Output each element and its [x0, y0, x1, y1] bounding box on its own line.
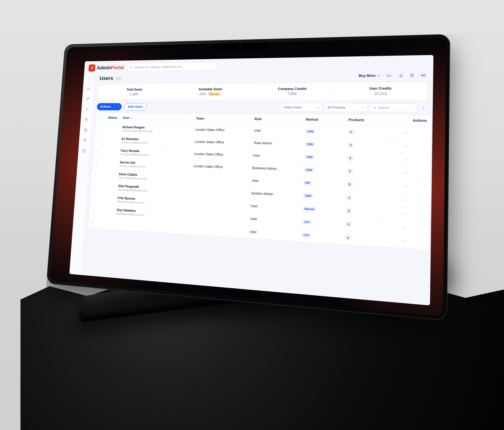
- col-products[interactable]: Products: [348, 118, 387, 122]
- svg-point-0: [130, 66, 132, 68]
- team-cell: [190, 228, 250, 232]
- trend-icon: [85, 107, 89, 111]
- bulk-actions-chevron[interactable]: [114, 104, 122, 110]
- user-cell: AJ Newmanaj.newman@acme.com: [121, 137, 195, 145]
- method-pill: CRM: [303, 193, 314, 198]
- row-checkbox[interactable]: [93, 208, 93, 212]
- team-cell: London Sales Office: [194, 152, 253, 157]
- row-actions-button[interactable]: ⋯: [386, 183, 426, 190]
- filter-status-value: Active Users: [283, 105, 302, 109]
- usage-pct-badge: 0%: [384, 73, 394, 78]
- stat-company-credits: Company Credits 7,655: [250, 83, 336, 100]
- team-cell: London Sales Office: [195, 128, 254, 133]
- search-icon: [130, 66, 133, 69]
- sidebar-item-settings[interactable]: [83, 116, 90, 123]
- table-options-button[interactable]: ⋮: [420, 105, 427, 110]
- method-cell: Manual: [302, 206, 346, 213]
- row-checkbox[interactable]: [99, 126, 99, 130]
- laptop: AdminPortal Search for settings, integra…: [65, 44, 433, 369]
- row-actions-button[interactable]: ⋯: [386, 170, 426, 176]
- svg-rect-6: [411, 76, 412, 77]
- col-method[interactable]: Method: [306, 118, 349, 122]
- products-count: 0: [345, 221, 352, 227]
- sidebar-item-launch[interactable]: [84, 95, 91, 102]
- sidebar-item-integrations[interactable]: [81, 137, 88, 144]
- filter-status-select[interactable]: Active Users: [281, 103, 322, 112]
- brand: AdminPortal: [88, 64, 124, 72]
- row-checkbox[interactable]: [97, 149, 97, 153]
- users-table: Status User ▲▼ Team Role Method Products: [88, 113, 431, 250]
- gear-icon: [84, 118, 88, 121]
- filter-products-select[interactable]: All Products: [324, 103, 367, 112]
- products-count: 3: [347, 168, 353, 174]
- method-cell: CRM: [305, 142, 348, 147]
- row-actions-button[interactable]: ⋯: [384, 237, 425, 245]
- buy-more-button[interactable]: Buy More: [359, 73, 380, 78]
- col-user[interactable]: User ▲▼: [123, 116, 196, 120]
- role-cell: User: [251, 204, 303, 210]
- lock-icon: [84, 128, 88, 132]
- chevron-right-icon: [88, 76, 91, 80]
- remain-chip: Remain: [208, 92, 221, 96]
- method-cell: IDP: [303, 180, 347, 186]
- global-search-input[interactable]: Search for settings, integrations etc.: [127, 62, 217, 71]
- apps-grid-button[interactable]: [409, 72, 416, 78]
- table-search-input[interactable]: Search: [370, 104, 417, 112]
- rocket-icon: [86, 97, 90, 101]
- row-actions-button[interactable]: ⋯: [385, 224, 425, 231]
- sidebar-item-analytics[interactable]: [84, 106, 90, 113]
- current-user-avatar[interactable]: AC: [420, 72, 427, 79]
- user-cell: Guy Hawkinsguy.hawkins@acme.com: [116, 208, 191, 219]
- method-pill: CRM: [305, 142, 315, 146]
- col-status[interactable]: Status: [108, 116, 123, 120]
- user-cell: Cacy Nevadacacy.nevada@acme.com: [120, 149, 194, 157]
- laptop-notch: [213, 42, 268, 51]
- brand-text-2: Portal: [111, 65, 124, 70]
- row-checkbox[interactable]: [93, 196, 94, 200]
- row-checkbox[interactable]: [98, 138, 98, 142]
- products-count: 0: [346, 181, 353, 187]
- team-cell: [191, 216, 250, 219]
- svg-rect-5: [413, 74, 414, 75]
- add-users-button[interactable]: Add Users: [124, 103, 147, 110]
- row-actions-button[interactable]: ⋯: [387, 143, 427, 149]
- chevron-down-icon: [316, 106, 319, 109]
- stat-label: User Credits: [337, 86, 425, 91]
- bulk-actions-button[interactable]: Actions: [97, 103, 122, 110]
- method-cell: CRM: [303, 193, 346, 200]
- search-icon: [373, 106, 376, 109]
- stat-pct: 10%: [199, 92, 206, 96]
- row-actions-button[interactable]: ⋯: [386, 156, 427, 163]
- row-actions-button[interactable]: ⋯: [387, 130, 427, 136]
- team-cell: [191, 203, 251, 206]
- page-title: Users: [99, 75, 113, 81]
- svg-point-1: [88, 98, 89, 99]
- col-role[interactable]: Role: [254, 117, 306, 121]
- team-cell: [193, 178, 252, 181]
- role-cell: User: [249, 230, 302, 237]
- sidebar-collapse-button[interactable]: [86, 75, 93, 82]
- sidebar-item-security[interactable]: [82, 127, 89, 133]
- page-record-count: 100: [116, 76, 121, 80]
- role-cell: User: [253, 154, 305, 159]
- products-cell: 2: [348, 129, 387, 135]
- bar-chart-icon: [87, 87, 90, 91]
- sidebar-item-files[interactable]: [81, 147, 88, 155]
- products-cell: 3: [347, 155, 386, 162]
- method-cell: CRM: [305, 129, 348, 134]
- row-checkbox[interactable]: [96, 161, 97, 165]
- row-checkbox[interactable]: [92, 220, 92, 224]
- stat-label: Total Seats: [100, 88, 170, 91]
- row-checkbox[interactable]: [94, 184, 95, 188]
- products-cell: 0: [346, 181, 386, 189]
- puzzle-icon: [83, 138, 87, 142]
- notifications-button[interactable]: [397, 72, 405, 79]
- role-cell: User: [252, 179, 304, 185]
- row-actions-button[interactable]: ⋯: [385, 210, 426, 217]
- sidebar-item-dashboard[interactable]: [85, 85, 92, 92]
- row-actions-button[interactable]: ⋯: [385, 196, 426, 204]
- col-team[interactable]: Team: [196, 117, 255, 121]
- row-checkbox[interactable]: [95, 173, 96, 177]
- select-all-checkbox[interactable]: [99, 116, 102, 119]
- svg-rect-4: [411, 74, 412, 75]
